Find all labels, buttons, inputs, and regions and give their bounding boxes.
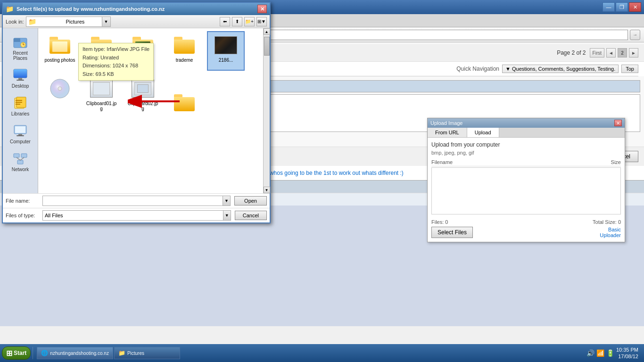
tray-date-value: 17/08/12	[616, 353, 638, 360]
new-folder-btn[interactable]: 📁+	[244, 17, 255, 26]
folder-rugby-icon	[132, 34, 154, 57]
svg-rect-1	[14, 38, 20, 42]
upload-dialog: 📁 Select file(s) to upload by www.nzhunt…	[2, 2, 271, 223]
restore-btn[interactable]: ❐	[616, 2, 628, 12]
sidebar-computer[interactable]: Computer	[5, 121, 36, 147]
libraries-icon	[13, 95, 28, 110]
svg-rect-18	[17, 160, 23, 164]
quick-nav-current: Questions, Comments, Suggestions, Testin…	[512, 66, 615, 72]
recent-places-label: Recent Places	[8, 50, 33, 61]
file-types-text: bmp, jpeg, png, gif	[431, 150, 474, 156]
go-btn[interactable]: →	[630, 30, 640, 40]
file-pricing-data[interactable]: Pricing and data etc	[83, 31, 120, 71]
file-clipboard02[interactable]: Clipboard02.jpg	[124, 74, 162, 114]
libraries-label: Libraries	[11, 111, 29, 116]
filename-input-wrapper: ▼	[42, 196, 231, 206]
filename-row: File name: ▼ Open	[3, 193, 270, 208]
prev-page-btn[interactable]: ◄	[606, 48, 616, 58]
dialog-files-area: posting photos Pricing and data etc	[38, 28, 263, 193]
network-icon	[13, 151, 28, 166]
up-folder-btn[interactable]: ⬆	[232, 17, 242, 26]
file-list-header: Filename Size	[431, 159, 621, 166]
desktop-label: Desktop	[12, 83, 29, 89]
svg-rect-11	[16, 104, 20, 105]
size-col: Size	[611, 159, 621, 165]
total-size: Total Size: 0	[593, 219, 621, 225]
basic-uploader-link[interactable]: BasicUploader	[600, 227, 621, 238]
look-in-label: Look in:	[6, 19, 24, 25]
sidebar-desktop[interactable]: Desktop	[5, 65, 36, 91]
folder-trademe-icon	[173, 34, 196, 57]
img-clipboard01-label: Clipboard01.jpg	[85, 101, 117, 111]
scroll-thumb[interactable]	[264, 37, 270, 56]
select-files-btn[interactable]: Select Files	[431, 227, 473, 238]
look-in-dropdown-arrow[interactable]: ▼	[102, 17, 110, 26]
cd-icon	[49, 77, 71, 100]
filename-dropdown-arrow[interactable]: ▼	[223, 196, 230, 206]
files-grid: posting photos Pricing and data etc	[41, 31, 260, 114]
img-clipboard02-label: Clipboard02.jpg	[127, 101, 159, 111]
taskbar-browser-item[interactable]: 🌐 nzhuntingandshooting.co.nz	[37, 347, 113, 359]
svg-rect-13	[15, 126, 25, 133]
scroll-down-btn[interactable]: ▼	[264, 187, 270, 193]
file-posting-photos[interactable]: posting photos	[41, 31, 79, 71]
taskbar-explorer-item[interactable]: 📁 Pictures	[114, 347, 180, 359]
dialog-body: Recent Places Desktop	[3, 28, 270, 193]
quick-nav-label: Quick Navigation	[456, 66, 499, 72]
svg-line-19	[17, 157, 20, 160]
next-page-btn[interactable]: ►	[629, 48, 638, 58]
taskbar-browser-label: nzhuntingandshooting.co.nz	[50, 351, 109, 356]
look-in-combo[interactable]: 📁 Pictures ▼	[26, 16, 111, 27]
current-page-btn[interactable]: 2	[618, 48, 627, 58]
computer-icon	[13, 123, 28, 138]
sidebar-recent-places[interactable]: Recent Places	[5, 32, 36, 63]
dialog-close-icon[interactable]: ✕	[257, 5, 267, 13]
taskbar-explorer-label: Pictures	[127, 351, 144, 356]
dialog-open-btn[interactable]: Open	[234, 196, 267, 206]
recent-places-icon	[13, 34, 28, 49]
file-cd[interactable]	[41, 74, 79, 114]
back-folder-btn[interactable]: ⬅	[220, 17, 230, 26]
filename-col: Filename	[431, 159, 453, 165]
upload-from-label: Upload from your computer	[431, 141, 621, 148]
dialog-cancel-btn[interactable]: Cancel	[235, 211, 267, 220]
look-in-value: Pictures	[64, 19, 102, 25]
folder-trademe-label: trademe	[176, 58, 193, 63]
upload-tab[interactable]: Upload	[467, 128, 499, 137]
file-clipboard01[interactable]: Clipboard01.jpg	[83, 74, 120, 114]
sidebar-network[interactable]: Network	[5, 148, 36, 174]
img-2186-icon	[215, 34, 237, 57]
img-clipboard02-icon	[132, 77, 154, 100]
close-btn[interactable]: ✕	[629, 2, 641, 12]
from-url-tab[interactable]: From URL	[428, 128, 467, 137]
top-btn[interactable]: Top	[621, 65, 638, 73]
start-button[interactable]: ⊞ Start	[2, 346, 31, 360]
scroll-up-btn[interactable]: ▲	[264, 28, 270, 35]
first-page-btn[interactable]: First	[590, 48, 604, 58]
svg-rect-15	[17, 135, 24, 136]
filetype-dropdown-arrow[interactable]: ▼	[223, 211, 231, 220]
view-options-btn[interactable]: ⊞▼	[256, 17, 267, 26]
file-list	[431, 167, 621, 214]
file-extra-folder[interactable]	[165, 89, 203, 128]
svg-rect-16	[14, 154, 19, 157]
file-trademe[interactable]: trademe	[165, 31, 203, 71]
taskbar-items: 🌐 nzhuntingandshooting.co.nz 📁 Pictures	[35, 347, 583, 359]
folder-posting-label: posting photos	[44, 58, 75, 63]
svg-rect-10	[16, 102, 22, 103]
file-2186[interactable]: 2186...	[207, 31, 245, 71]
sidebar-libraries[interactable]: Libraries	[5, 93, 36, 119]
minimize-btn[interactable]: —	[603, 2, 615, 12]
popup-close-btn[interactable]: ✕	[614, 120, 622, 126]
folder-rugby-label: rugby	[137, 58, 149, 63]
quick-nav-select[interactable]: ▼ Questions, Comments, Suggestions, Test…	[502, 65, 619, 73]
filetype-combo-wrapper: ▼	[42, 210, 231, 221]
dialog-titlebar: 📁 Select file(s) to upload by www.nzhunt…	[3, 3, 270, 15]
folder-pricing-label: Pricing and data etc	[85, 58, 117, 68]
dialog-title-label: Select file(s) to upload by www.nzhuntin…	[17, 6, 165, 12]
page-info: Page 2 of 2	[557, 49, 586, 56]
svg-rect-5	[18, 78, 22, 80]
file-rugby[interactable]: rugby	[124, 31, 162, 71]
filetype-input[interactable]	[43, 211, 223, 220]
filename-input[interactable]	[43, 196, 223, 206]
